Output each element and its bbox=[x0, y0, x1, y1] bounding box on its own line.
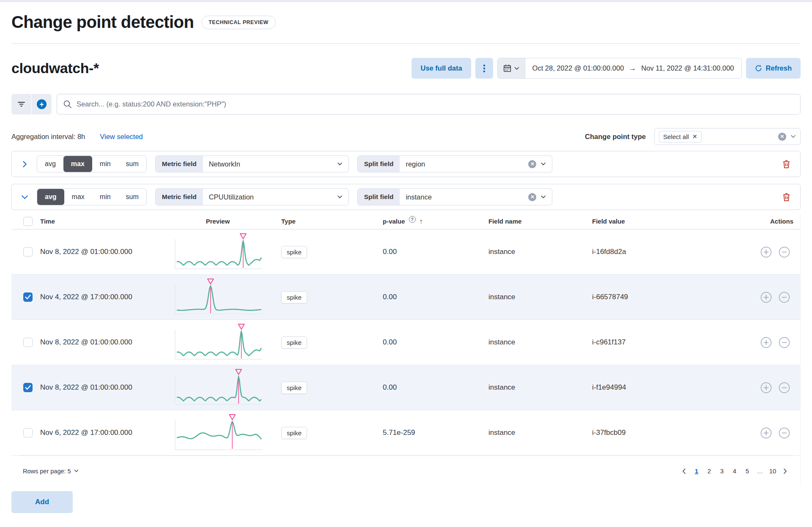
chevron-down-icon bbox=[74, 470, 79, 472]
row-checkbox[interactable] bbox=[23, 383, 33, 392]
metric-field-label: Metric field bbox=[156, 189, 203, 205]
split-field-label: Split field bbox=[358, 189, 400, 205]
function-option-sum[interactable]: sum bbox=[118, 189, 146, 205]
filter-for-value-button[interactable] bbox=[760, 427, 772, 439]
page-ellipsis: … bbox=[754, 465, 766, 478]
page-button-10[interactable]: 10 bbox=[766, 465, 779, 478]
collapse-panel-button[interactable] bbox=[21, 194, 28, 201]
table-row: Nov 8, 2022 @ 01:00:00.000 spike 0.00 in… bbox=[11, 229, 800, 275]
row-p-value: 0.00 bbox=[383, 338, 488, 347]
plus-circle-icon: + bbox=[37, 99, 47, 109]
arrow-right-icon: → bbox=[629, 64, 636, 73]
expand-panel-button[interactable] bbox=[21, 161, 28, 168]
use-full-data-button[interactable]: Use full data bbox=[411, 58, 471, 79]
filter-out-value-button[interactable] bbox=[779, 246, 790, 258]
sampling-options-button[interactable] bbox=[475, 58, 493, 79]
clear-split-field-icon[interactable]: ✕ bbox=[528, 193, 536, 201]
previous-page-button[interactable] bbox=[680, 468, 688, 474]
row-field-name: instance bbox=[488, 293, 592, 301]
technical-preview-badge: TECHNICAL PREVIEW bbox=[201, 16, 276, 29]
filter-out-value-button[interactable] bbox=[779, 382, 790, 393]
page-button-4[interactable]: 4 bbox=[728, 465, 741, 478]
page-button-2[interactable]: 2 bbox=[703, 465, 716, 478]
filter-for-value-button[interactable] bbox=[760, 246, 772, 258]
chevron-down-icon bbox=[21, 194, 28, 201]
row-checkbox[interactable] bbox=[23, 292, 33, 302]
search-input[interactable] bbox=[57, 94, 801, 115]
remove-pill-icon[interactable]: ✕ bbox=[692, 133, 697, 140]
select-all-checkbox[interactable] bbox=[23, 217, 33, 226]
row-p-value: 5.71e-259 bbox=[383, 429, 488, 437]
change-point-type-badge: spike bbox=[281, 246, 307, 258]
clear-split-field-icon[interactable]: ✕ bbox=[528, 160, 536, 168]
function-option-min[interactable]: min bbox=[92, 156, 118, 172]
page-header: Change point detection TECHNICAL PREVIEW bbox=[11, 13, 801, 32]
filter-out-value-button[interactable] bbox=[779, 427, 790, 439]
plus-in-circle-icon bbox=[760, 337, 772, 348]
page-title: Change point detection bbox=[11, 13, 194, 32]
help-icon[interactable]: ? bbox=[409, 216, 416, 223]
clear-selection-icon[interactable]: ✕ bbox=[778, 133, 786, 141]
selected-type-pill[interactable]: Select all ✕ bbox=[659, 131, 702, 142]
page-button-3[interactable]: 3 bbox=[716, 465, 728, 478]
filter-out-value-button[interactable] bbox=[779, 292, 790, 303]
row-time: Nov 8, 2022 @ 01:00:00.000 bbox=[40, 248, 154, 256]
sparkline-chart bbox=[173, 368, 263, 405]
add-metric-button[interactable]: Add bbox=[11, 491, 73, 513]
quick-select-button[interactable] bbox=[498, 58, 525, 78]
row-checkbox[interactable] bbox=[23, 338, 33, 347]
row-checkbox[interactable] bbox=[23, 428, 33, 437]
change-point-type-badge: spike bbox=[281, 336, 307, 349]
column-header-p-value[interactable]: p-value?↑ bbox=[383, 218, 488, 225]
split-field-select[interactable]: instance ✕ bbox=[400, 189, 552, 205]
table-row: Nov 6, 2022 @ 17:00:00.000 spike 5.71e-2… bbox=[11, 410, 800, 456]
minus-in-circle-icon bbox=[779, 292, 790, 303]
column-header-time[interactable]: Time bbox=[40, 218, 154, 225]
refresh-button[interactable]: Refresh bbox=[746, 58, 801, 79]
delete-panel-button[interactable] bbox=[782, 193, 791, 202]
function-option-avg[interactable]: avg bbox=[37, 156, 63, 172]
chevron-down-icon bbox=[540, 195, 546, 199]
check-icon bbox=[25, 385, 31, 390]
filter-for-value-button[interactable] bbox=[760, 382, 772, 393]
filter-out-value-button[interactable] bbox=[779, 337, 790, 348]
rows-per-page-button[interactable]: Rows per page: 5 bbox=[23, 468, 79, 475]
date-start[interactable]: Oct 28, 2022 @ 01:00:00.000 bbox=[532, 64, 624, 72]
split-field-select[interactable]: region ✕ bbox=[400, 156, 552, 172]
function-option-avg[interactable]: avg bbox=[37, 189, 64, 205]
view-selected-link[interactable]: View selected bbox=[100, 133, 143, 141]
row-field-name: instance bbox=[488, 338, 592, 347]
page-button-1[interactable]: 1 bbox=[690, 465, 703, 478]
row-checkbox[interactable] bbox=[23, 247, 33, 257]
function-option-sum[interactable]: sum bbox=[118, 156, 146, 172]
chevron-down-icon[interactable] bbox=[790, 135, 796, 138]
chevron-down-icon bbox=[514, 67, 519, 70]
row-field-value: i-c961f137 bbox=[592, 338, 727, 347]
date-end[interactable]: Nov 11, 2022 @ 14:31:00.000 bbox=[641, 64, 734, 72]
function-option-min[interactable]: min bbox=[92, 189, 118, 205]
row-time: Nov 6, 2022 @ 17:00:00.000 bbox=[40, 429, 154, 437]
filter-for-value-button[interactable] bbox=[760, 337, 772, 348]
function-button-group: avgmaxminsum bbox=[37, 156, 147, 172]
table-row: Nov 8, 2022 @ 01:00:00.000 spike 0.00 in… bbox=[11, 365, 800, 410]
change-point-marker-icon bbox=[229, 415, 235, 420]
metric-field-select[interactable]: NetworkIn bbox=[203, 156, 348, 172]
function-option-max[interactable]: max bbox=[63, 156, 92, 172]
row-preview-sparkline bbox=[173, 323, 263, 362]
page-button-5[interactable]: 5 bbox=[741, 465, 754, 478]
filter-for-value-button[interactable] bbox=[760, 292, 772, 303]
metric-field-select[interactable]: CPUUtilization bbox=[203, 189, 348, 205]
add-filter-button[interactable]: + bbox=[32, 94, 52, 115]
minus-in-circle-icon bbox=[779, 246, 790, 258]
filters-button[interactable] bbox=[11, 94, 31, 115]
delete-panel-button[interactable] bbox=[782, 160, 791, 169]
change-point-type-combobox[interactable]: Select all ✕ ✕ bbox=[654, 128, 801, 145]
plus-in-circle-icon bbox=[760, 292, 772, 303]
column-header-field-name: Field name bbox=[488, 218, 592, 225]
row-preview-sparkline bbox=[173, 278, 263, 317]
metric-panel-cpuutilization: avgmaxminsum Metric field CPUUtilization… bbox=[11, 184, 801, 210]
header-divider bbox=[11, 44, 801, 44]
change-point-type-badge: spike bbox=[281, 291, 307, 303]
function-option-max[interactable]: max bbox=[64, 189, 92, 205]
next-page-button[interactable] bbox=[782, 468, 789, 474]
